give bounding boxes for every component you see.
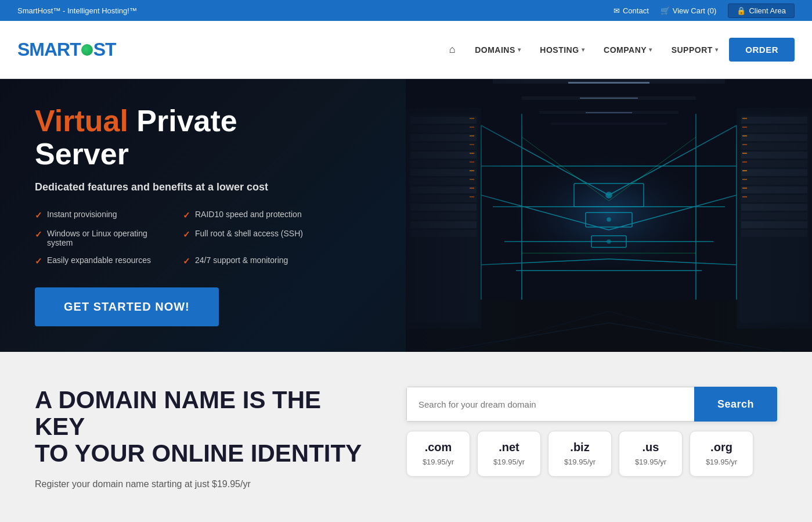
feature-text-4: Full root & shell access (SSH) xyxy=(195,229,303,238)
logo-o xyxy=(81,44,93,56)
nav-company[interactable]: COMPANY ▾ xyxy=(596,39,661,60)
check-icon-2: ✓ xyxy=(183,210,190,221)
contact-icon: ✉ xyxy=(613,6,620,15)
domain-search-area: Search .com $19.95/yr .net $19.95/yr .bi… xyxy=(406,387,777,477)
tld-us-name: .us xyxy=(631,441,670,454)
hosting-chevron: ▾ xyxy=(582,46,585,53)
feature-item-3: ✓Windows or Linux operating system xyxy=(35,229,165,247)
brand-text: SmartHost™ - Intelligent Hosting!™ xyxy=(17,6,137,15)
view-cart-link[interactable]: 🛒 View Cart (0) xyxy=(661,6,717,15)
nav-hosting[interactable]: HOSTING ▾ xyxy=(532,39,593,60)
hero-subtitle: Dedicated features and benefits at a low… xyxy=(35,181,313,193)
domain-title-line2: TO YOUR ONLINE IDENTITY xyxy=(35,440,362,467)
get-started-button[interactable]: GET STARTED NOW! xyxy=(35,287,219,326)
cart-icon: 🛒 xyxy=(661,6,670,15)
top-bar: SmartHost™ - Intelligent Hosting!™ ✉ Con… xyxy=(0,0,812,21)
logo[interactable]: SMARTST xyxy=(17,39,116,60)
tld-com[interactable]: .com $19.95/yr xyxy=(406,431,470,477)
hero-content: Virtual Private Server Dedicated feature… xyxy=(0,81,348,350)
hero-visual xyxy=(406,79,812,352)
feature-item-5: ✓Easily expandable resources xyxy=(35,255,165,267)
hero-features-list: ✓Instant provisioning ✓RAID10 speed and … xyxy=(35,210,313,267)
feature-text-2: RAID10 speed and protection xyxy=(195,210,302,219)
main-nav: ⌂ DOMAINS ▾ HOSTING ▾ COMPANY ▾ SUPPORT … xyxy=(441,38,795,62)
tld-biz-name: .biz xyxy=(560,441,600,454)
top-bar-actions: ✉ Contact 🛒 View Cart (0) 🔒 Client Area xyxy=(613,3,795,18)
svg-rect-91 xyxy=(406,79,812,352)
logo-host: ST xyxy=(93,39,116,60)
check-icon-1: ✓ xyxy=(35,210,42,221)
check-icon-5: ✓ xyxy=(35,256,42,267)
domain-text: A DOMAIN NAME IS THE KEY TO YOUR ONLINE … xyxy=(35,387,371,489)
domain-title: A DOMAIN NAME IS THE KEY TO YOUR ONLINE … xyxy=(35,387,371,467)
logo-smart: SMART xyxy=(17,39,81,60)
feature-item-2: ✓RAID10 speed and protection xyxy=(183,210,313,221)
hero-title-virtual: Virtual xyxy=(35,104,128,138)
nav-domains[interactable]: DOMAINS ▾ xyxy=(467,39,529,60)
check-icon-3: ✓ xyxy=(35,229,42,240)
company-chevron: ▾ xyxy=(649,46,652,53)
check-icon-6: ✓ xyxy=(183,256,190,267)
tld-org-price: $19.95/yr xyxy=(706,458,737,466)
feature-text-5: Easily expandable resources xyxy=(47,255,151,265)
tld-net[interactable]: .net $19.95/yr xyxy=(477,431,541,477)
tld-org[interactable]: .org $19.95/yr xyxy=(690,431,753,477)
domain-search-button[interactable]: Search xyxy=(694,387,777,422)
hero-title: Virtual Private Server xyxy=(35,105,313,171)
tld-com-price: $19.95/yr xyxy=(423,458,454,466)
support-chevron: ▾ xyxy=(715,46,719,53)
domain-title-line1: A DOMAIN NAME IS THE KEY xyxy=(35,386,321,440)
feature-item-4: ✓Full root & shell access (SSH) xyxy=(183,229,313,247)
domains-chevron: ▾ xyxy=(518,46,521,53)
nav-support[interactable]: SUPPORT ▾ xyxy=(663,39,727,60)
lock-icon: 🔒 xyxy=(737,6,746,15)
domain-search-box: Search xyxy=(406,387,777,422)
tld-biz[interactable]: .biz $19.95/yr xyxy=(548,431,612,477)
tld-us[interactable]: .us $19.95/yr xyxy=(619,431,683,477)
tld-net-price: $19.95/yr xyxy=(493,458,525,466)
hero-section: Virtual Private Server Dedicated feature… xyxy=(0,79,812,352)
order-button[interactable]: ORDER xyxy=(729,38,795,62)
check-icon-4: ✓ xyxy=(183,229,190,240)
tld-org-name: .org xyxy=(702,441,741,454)
tld-biz-price: $19.95/yr xyxy=(564,458,596,466)
domain-search-input[interactable] xyxy=(406,387,694,422)
tld-net-name: .net xyxy=(489,441,529,454)
domain-tlds: .com $19.95/yr .net $19.95/yr .biz $19.9… xyxy=(406,431,777,477)
client-area-link[interactable]: 🔒 Client Area xyxy=(728,3,795,18)
tld-us-price: $19.95/yr xyxy=(635,458,666,466)
domain-section: A DOMAIN NAME IS THE KEY TO YOUR ONLINE … xyxy=(0,352,812,513)
feature-text-6: 24/7 support & monitoring xyxy=(195,255,288,265)
feature-item-6: ✓24/7 support & monitoring xyxy=(183,255,313,267)
contact-link[interactable]: ✉ Contact xyxy=(613,6,649,15)
nav-home[interactable]: ⌂ xyxy=(441,38,464,62)
tld-com-name: .com xyxy=(418,441,458,454)
feature-text-3: Windows or Linux operating system xyxy=(47,229,165,247)
domain-subtitle: Register your domain name starting at ju… xyxy=(35,479,371,489)
header: SMARTST ⌂ DOMAINS ▾ HOSTING ▾ COMPANY ▾ … xyxy=(0,21,812,79)
home-icon: ⌂ xyxy=(449,44,456,56)
feature-item-1: ✓Instant provisioning xyxy=(35,210,165,221)
feature-text-1: Instant provisioning xyxy=(47,210,117,219)
